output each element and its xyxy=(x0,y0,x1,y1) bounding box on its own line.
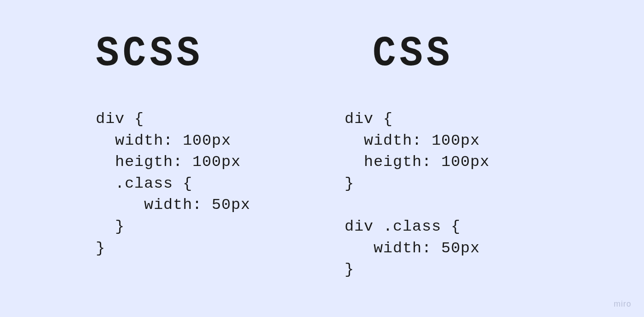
diagram-container: SCSS div { width: 100px heigth: 100px .c… xyxy=(0,0,644,317)
scss-code: div { width: 100px heigth: 100px .class … xyxy=(45,109,304,259)
css-code: div { width: 100px heigth: 100px } div .… xyxy=(340,109,599,281)
css-heading: CSS xyxy=(340,29,599,78)
scss-column: SCSS div { width: 100px heigth: 100px .c… xyxy=(45,32,304,299)
scss-heading: SCSS xyxy=(45,29,304,78)
miro-watermark: miro xyxy=(614,299,631,309)
css-column: CSS div { width: 100px heigth: 100px } d… xyxy=(340,32,599,299)
